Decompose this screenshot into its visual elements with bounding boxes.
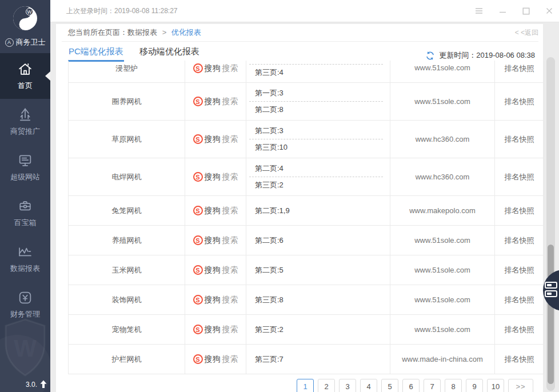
search-engine-cell: S 搜狗搜索 <box>185 255 246 285</box>
ranking-cell: 第一页:3第二页:8 <box>246 83 390 120</box>
snapshot-link[interactable]: 排名快照 <box>505 325 534 335</box>
tab-bar: PC端优化报表移动端优化报表 <box>68 42 200 62</box>
ranking-cell: 第三页:8 <box>246 285 390 314</box>
site-url: www.51sole.com <box>414 63 470 72</box>
snapshot-link[interactable]: 排名快照 <box>505 206 534 216</box>
snapshot-link[interactable]: 排名快照 <box>505 134 534 145</box>
promo-icon <box>17 107 33 123</box>
ranking-cell: 第二页:6 <box>246 226 390 255</box>
window-controls <box>475 0 553 22</box>
snapshot-link[interactable]: 排名快照 <box>505 265 534 275</box>
table-row: 圈养网机 S 搜狗搜索 第一页:3第二页:8 www.51sole.com 排名… <box>69 83 544 121</box>
update-time-text: 更新时间：2019-08-06 08:38 <box>439 50 535 61</box>
snapshot-link[interactable]: 排名快照 <box>505 63 534 74</box>
table-row: 电焊网机 S 搜狗搜索 第二页:4第三页:2 www.hc360.com 排名快… <box>69 158 544 196</box>
minimize-icon[interactable] <box>498 7 506 15</box>
tab-mobile[interactable]: 移动端优化报表 <box>139 42 200 62</box>
engine-name-label: 搜狗 <box>205 325 221 335</box>
site-url: www.makepolo.com <box>409 206 476 215</box>
ranking-entry: 第二页:4 <box>246 161 390 177</box>
site-url: www.51sole.com <box>414 236 470 245</box>
close-icon[interactable] <box>545 7 553 15</box>
sidebar-item-home[interactable]: 首页 <box>0 53 50 99</box>
site-url: www.51sole.com <box>414 325 470 334</box>
table-row: 玉米网机 S 搜狗搜索 第二页:5 www.51sole.com 排名快照 <box>69 255 544 285</box>
snapshot-link[interactable]: 排名快照 <box>505 235 534 246</box>
breadcrumb-current[interactable]: 优化报表 <box>171 28 201 37</box>
active-notch <box>45 71 50 81</box>
ranking-entry: 第三页:2 <box>246 177 390 193</box>
report-icon <box>17 244 33 260</box>
page-button-10[interactable]: 10 <box>487 379 504 392</box>
ranking-entry: 第二页:5 <box>246 265 390 275</box>
search-engine-cell: S 搜狗搜索 <box>185 315 246 344</box>
engine-name-label: 搜狗 <box>205 265 221 275</box>
page-button-6[interactable]: 6 <box>402 379 420 392</box>
site-url: www.hc360.com <box>416 135 470 143</box>
engine-name-label: 搜狗 <box>205 354 221 365</box>
snapshot-link[interactable]: 排名快照 <box>505 295 534 305</box>
logo-swirl-icon: W <box>13 6 38 31</box>
maximize-icon[interactable] <box>522 7 530 15</box>
app-title: 商务卫士 <box>16 37 46 47</box>
refresh-icon[interactable] <box>425 51 435 61</box>
sidebar-item-label: 首页 <box>18 81 33 91</box>
site-url: www.51sole.com <box>414 97 470 106</box>
sogou-logo-icon: S <box>193 325 203 334</box>
sidebar-item-website[interactable]: 超级网站 <box>0 145 50 190</box>
snapshot-link[interactable]: 排名快照 <box>505 172 534 182</box>
ranking-entry: 第二页:1,9 <box>246 206 390 216</box>
engine-sub-label: 搜索 <box>222 354 238 365</box>
page-button-8[interactable]: 8 <box>445 379 462 392</box>
back-link[interactable]: < <返回 <box>515 24 538 41</box>
sidebar-item-report[interactable]: 数据报表 <box>0 236 50 282</box>
page-button-7[interactable]: 7 <box>424 379 441 392</box>
toolbox-icon <box>17 198 33 214</box>
snapshot-link[interactable]: 排名快照 <box>505 354 534 365</box>
keyword-text: 草原网机 <box>112 134 142 145</box>
ranking-entry: 第二页:6 <box>246 235 390 246</box>
tab-pc[interactable]: PC端优化报表 <box>68 42 124 62</box>
sogou-logo-icon: S <box>193 134 203 144</box>
next-pages-button[interactable]: >> <box>508 379 533 392</box>
page-button-2[interactable]: 2 <box>318 379 335 392</box>
ranking-cell: 第二页:4第三页:2 <box>246 158 390 195</box>
page-button-9[interactable]: 9 <box>466 379 483 392</box>
page-button-1[interactable]: 1 <box>297 379 314 392</box>
keyword-text: 兔笼网机 <box>112 206 142 216</box>
engine-name-label: 搜狗 <box>205 206 221 216</box>
qr-code-icon[interactable] <box>545 282 558 299</box>
table-row: 护栏网机 S 搜狗搜索 第三页:7 www.made-in-china.com … <box>69 345 544 374</box>
ranking-cell: 第三页:7 <box>246 345 390 374</box>
page-button-3[interactable]: 3 <box>339 379 356 392</box>
site-url: www.hc360.com <box>416 173 470 181</box>
sidebar-item-toolbox[interactable]: 百宝箱 <box>0 190 50 236</box>
menu-icon[interactable] <box>475 7 483 15</box>
keyword-text: 电焊网机 <box>112 172 142 182</box>
scrollbar-thumb[interactable] <box>548 245 554 384</box>
keyword-text: 护栏网机 <box>112 354 142 365</box>
breadcrumb-prefix: 您当前所在页面： <box>68 28 127 37</box>
back-to-top-icon[interactable] <box>39 380 47 389</box>
engine-name-label: 搜狗 <box>205 235 221 246</box>
sidebar-item-finance[interactable]: 财务管理 <box>0 282 50 327</box>
keyword-text: 圈养网机 <box>112 97 142 107</box>
sidebar-item-label: 百宝箱 <box>14 218 37 228</box>
search-engine-cell: S 搜狗搜索 <box>185 226 246 255</box>
page-button-5[interactable]: 5 <box>381 379 398 392</box>
engine-sub-label: 搜索 <box>222 325 238 335</box>
table-row: 草原网机 S 搜狗搜索 第二页:3第三页:10 www.hc360.com 排名… <box>69 121 544 158</box>
table-row: 兔笼网机 S 搜狗搜索 第二页:1,9 www.makepolo.com 排名快… <box>69 196 544 226</box>
page-button-4[interactable]: 4 <box>360 379 377 392</box>
sidebar-item-label: 数据报表 <box>10 263 40 274</box>
ranking-entry: 第三页:10 <box>246 139 390 155</box>
table-row: 养殖网机 S 搜狗搜索 第二页:6 www.51sole.com 排名快照 <box>69 226 544 255</box>
sidebar-item-promo[interactable]: 商贸推广 <box>0 99 50 145</box>
website-icon <box>17 153 33 169</box>
ranking-entry: 第三页:2 <box>246 325 390 335</box>
search-engine-cell: S 搜狗搜索 <box>185 345 246 374</box>
table-row: 装饰网机 S 搜狗搜索 第三页:8 www.51sole.com 排名快照 <box>69 285 544 315</box>
snapshot-link[interactable]: 排名快照 <box>505 97 534 107</box>
search-engine-cell: S 搜狗搜索 <box>185 285 246 314</box>
engine-sub-label: 搜索 <box>222 172 238 182</box>
